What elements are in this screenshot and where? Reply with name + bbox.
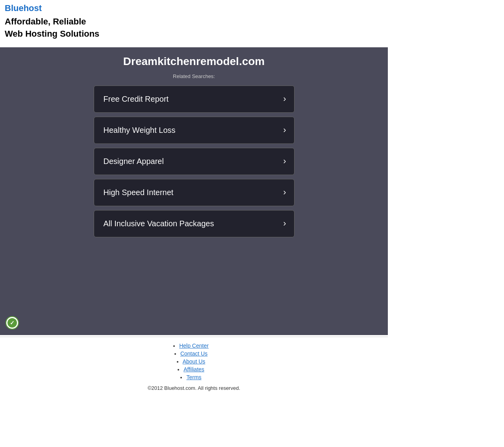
search-items-list: Free Credit Report›Healthy Weight Loss›D… [0,86,388,237]
domain-title: Dreamkitchenremodel.com [0,55,388,68]
search-item-free-credit-report[interactable]: Free Credit Report› [94,86,295,113]
related-searches-label: Related Searches: [0,73,388,79]
search-item-label: Designer Apparel [104,157,164,166]
footer-link-terms[interactable]: Terms [186,374,201,380]
chevron-right-icon: › [283,187,286,197]
tagline: Affordable, Reliable Web Hosting Solutio… [5,16,499,40]
search-item-all-inclusive-vacation-packages[interactable]: All Inclusive Vacation Packages› [94,210,295,237]
chevron-right-icon: › [283,125,286,135]
main-content: Dreamkitchenremodel.com Related Searches… [0,47,388,335]
footer: Help CenterContact UsAbout UsAffiliatesT… [0,337,388,399]
footer-link-contact-us[interactable]: Contact Us [180,350,208,357]
footer-list-item: About Us [183,358,206,365]
copyright-text: ©2012 Bluehost.com. All rights reserved. [0,385,388,391]
tagline-line1: Affordable, Reliable [5,17,86,26]
search-item-high-speed-internet[interactable]: High Speed Internet› [94,179,295,206]
footer-link-help-center[interactable]: Help Center [179,343,209,349]
search-item-healthy-weight-loss[interactable]: Healthy Weight Loss› [94,117,295,144]
search-item-label: Free Credit Report [104,95,169,104]
footer-link-about-us[interactable]: About Us [183,358,206,365]
footer-links-list: Help CenterContact UsAbout UsAffiliatesT… [0,343,388,380]
footer-link-affiliates[interactable]: Affiliates [183,366,204,372]
footer-list-item: Help Center [179,343,209,349]
header: Bluehost Affordable, Reliable Web Hostin… [0,0,504,43]
search-item-label: All Inclusive Vacation Packages [104,219,214,228]
verified-badge: ✓ [6,316,19,330]
footer-list-item: Terms [186,374,201,380]
search-item-label: High Speed Internet [104,188,174,197]
footer-list-item: Contact Us [180,350,208,357]
tagline-line2: Web Hosting Solutions [5,29,99,39]
chevron-right-icon: › [283,94,286,104]
chevron-right-icon: › [283,156,286,166]
search-item-designer-apparel[interactable]: Designer Apparel› [94,148,295,175]
bluehost-logo-link[interactable]: Bluehost [5,3,42,13]
chevron-right-icon: › [283,218,286,229]
bluehost-logo-text: Bluehost [5,3,42,13]
search-item-label: Healthy Weight Loss [104,126,176,135]
footer-list-item: Affiliates [183,366,204,372]
badge-checkmark: ✓ [7,318,17,328]
